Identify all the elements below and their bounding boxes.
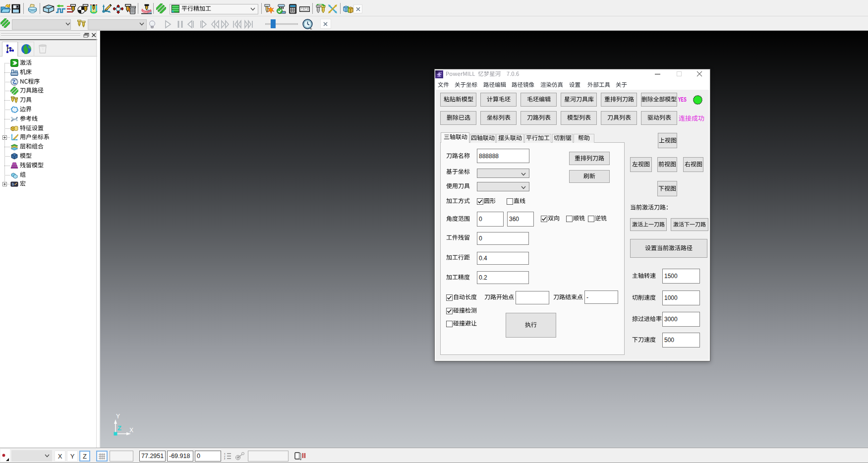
svg-text:z: z: [224, 457, 226, 460]
svg-text:X: X: [129, 427, 133, 434]
svg-text:Y: Y: [116, 413, 120, 420]
svg-text:Z: Z: [117, 424, 121, 432]
